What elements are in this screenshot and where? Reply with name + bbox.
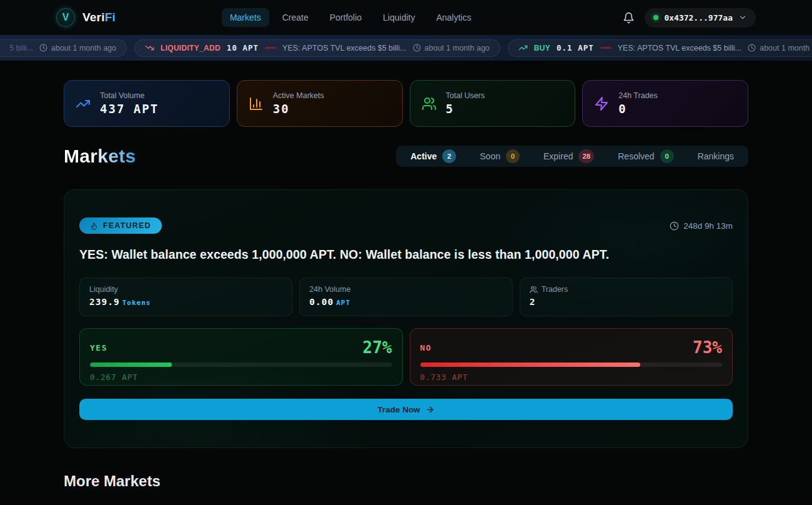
brand[interactable]: V VeriFi: [56, 8, 116, 27]
ticker-item-buy[interactable]: BUY 0.1 APT YES: APTOS TVL exceeds $5 bi…: [508, 39, 812, 57]
outcome-price: 0.267 APT: [90, 372, 392, 382]
notifications-bell-icon[interactable]: [623, 12, 635, 24]
clock-icon: [748, 44, 756, 52]
nav-markets[interactable]: Markets: [222, 8, 269, 27]
tab-resolved[interactable]: Resolved 0: [606, 146, 685, 166]
outcome-progress-fill: [420, 362, 641, 367]
stat-card-total-volume: Total Volume 437 APT: [64, 80, 230, 127]
chevron-down-icon: [738, 13, 747, 22]
users-icon: [530, 286, 538, 294]
featured-market-card: FEATURED 248d 9h 13m YES: Wallet balance…: [64, 189, 748, 448]
market-stat-traders: Traders 2: [520, 278, 733, 316]
ticker-item-partial[interactable]: 5 billi... about 1 month ago: [0, 39, 127, 57]
users-icon: [422, 96, 437, 111]
top-nav: V VeriFi Markets Create Portfolio Liquid…: [0, 0, 812, 35]
dash-separator: [600, 47, 611, 49]
stat-card-total-users: Total Users 5: [410, 80, 576, 127]
trending-up-icon: [518, 43, 528, 52]
ticker-market: YES: APTOS TVL exceeds $5 billi...: [618, 44, 741, 52]
outcome-yes[interactable]: YES 27% 0.267 APT: [79, 328, 403, 386]
stat-card-active-markets: Active Markets 30: [237, 80, 403, 127]
ticker-market-fragment: 5 billi...: [9, 44, 32, 52]
market-question: YES: Wallet balance exceeds 1,000,000 AP…: [79, 248, 733, 262]
wallet-status-dot: [653, 15, 658, 20]
outcome-progress-fill: [90, 362, 172, 367]
market-stat-volume: 24h Volume 0.00APT: [299, 278, 512, 316]
market-tabs: Active 2 Soon 0 Expired 28 Resolved 0 Ra…: [396, 146, 748, 167]
tab-count-badge: 0: [660, 149, 674, 163]
tab-soon[interactable]: Soon 0: [468, 146, 532, 166]
ticker-time: about 1 month ago: [39, 44, 116, 52]
market-countdown: 248d 9h 13m: [670, 221, 733, 231]
verifi-logo-icon: V: [56, 8, 75, 27]
stat-label: Total Users: [446, 91, 485, 100]
trade-now-button[interactable]: Trade Now: [79, 399, 733, 420]
stat-label: Liquidity: [89, 285, 282, 294]
stat-label: 24h Trades: [618, 91, 658, 100]
activity-ticker: 5 billi... about 1 month ago LIQUIDITY_A…: [0, 35, 812, 61]
page-title: Markets: [64, 146, 136, 167]
stat-value: 5: [446, 102, 485, 116]
outcome-label: YES: [90, 343, 107, 352]
brand-name: VeriFi: [82, 11, 116, 24]
outcome-no[interactable]: NO 73% 0.733 APT: [410, 328, 733, 386]
nav-analytics[interactable]: Analytics: [428, 8, 479, 27]
trending-up-icon: [76, 96, 91, 111]
stat-label: 24h Volume: [309, 285, 502, 294]
dash-separator: [265, 47, 276, 49]
stat-value: 0.00APT: [309, 297, 502, 307]
trending-down-icon: [145, 43, 154, 52]
ticker-time: about 1 month ago: [748, 44, 812, 52]
stat-label: Total Volume: [100, 91, 159, 100]
arrow-right-icon: [425, 405, 435, 414]
outcome-label: NO: [420, 343, 432, 352]
flame-icon: [90, 222, 98, 230]
wallet-address: 0x4372...977aa: [664, 13, 733, 22]
tab-count-badge: 28: [578, 149, 594, 163]
stats-row: Total Volume 437 APT Active Markets 30 T…: [64, 80, 748, 127]
stat-label: Traders: [530, 285, 723, 294]
ticker-amount: 0.1 APT: [557, 43, 594, 52]
zap-icon: [594, 96, 609, 111]
outcome-price: 0.733 APT: [420, 372, 723, 382]
ticker-amount: 10 APT: [227, 43, 259, 52]
more-markets-title: More Markets: [64, 472, 748, 490]
nav-portfolio[interactable]: Portfolio: [322, 8, 370, 27]
featured-badge: FEATURED: [79, 218, 162, 234]
stat-value: 239.9Tokens: [89, 297, 282, 307]
stat-value: 30: [273, 102, 324, 116]
tab-count-badge: 0: [506, 149, 520, 163]
ticker-action: BUY: [534, 44, 550, 52]
tab-expired[interactable]: Expired 28: [532, 146, 606, 166]
bar-chart-icon: [249, 96, 264, 111]
stat-label: Active Markets: [273, 91, 324, 100]
clock-icon: [39, 44, 47, 52]
stat-value: 0: [618, 102, 658, 116]
stat-value: 2: [530, 297, 723, 307]
stat-value: 437 APT: [100, 102, 159, 116]
clock-icon: [670, 221, 679, 231]
market-stat-liquidity: Liquidity 239.9Tokens: [79, 278, 292, 316]
tab-count-badge: 2: [442, 149, 456, 163]
outcome-percent: 27%: [363, 338, 392, 357]
stat-card-24h-trades: 24h Trades 0: [582, 80, 748, 127]
tab-rankings[interactable]: Rankings: [686, 148, 746, 164]
wallet-menu[interactable]: 0x4372...977aa: [645, 8, 756, 28]
nav-create[interactable]: Create: [274, 8, 317, 27]
tab-active[interactable]: Active 2: [399, 146, 468, 166]
ticker-time: about 1 month ago: [413, 44, 490, 52]
outcome-progress-track: [90, 362, 392, 367]
ticker-market: YES: APTOS TVL exceeds $5 billi...: [282, 44, 406, 52]
clock-icon: [413, 44, 421, 52]
ticker-action: LIQUIDITY_ADD: [161, 44, 220, 52]
outcome-progress-track: [420, 362, 723, 367]
main-nav: Markets Create Portfolio Liquidity Analy…: [222, 8, 480, 27]
outcome-percent: 73%: [693, 338, 722, 357]
nav-liquidity[interactable]: Liquidity: [375, 8, 423, 27]
ticker-item-liquidity-add[interactable]: LIQUIDITY_ADD 10 APT YES: APTOS TVL exce…: [134, 39, 500, 57]
